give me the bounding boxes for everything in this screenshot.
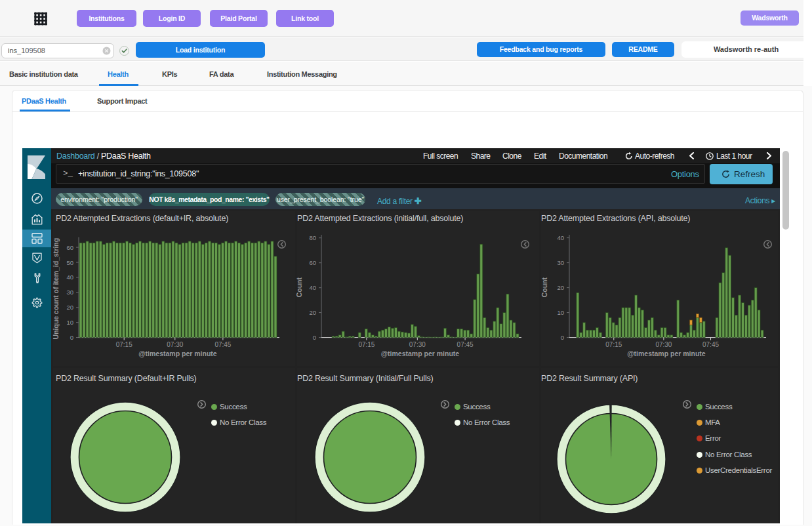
svg-text:40: 40	[66, 273, 73, 281]
svg-text:0: 0	[561, 334, 564, 341]
svg-text:20: 20	[309, 309, 316, 316]
svg-text:07:15: 07:15	[358, 341, 375, 348]
svg-text:40: 40	[557, 235, 564, 241]
svg-text:60: 60	[66, 244, 73, 251]
svg-text:07:15: 07:15	[605, 341, 622, 348]
svg-text:Unique count of item_id_string: Unique count of item_id_string	[52, 238, 60, 340]
svg-text:40: 40	[309, 284, 316, 291]
svg-text:07:45: 07:45	[214, 341, 231, 348]
svg-text:@timestamp per minute: @timestamp per minute	[138, 350, 217, 357]
svg-text:07:45: 07:45	[457, 341, 474, 348]
svg-text:07:30: 07:30	[167, 341, 183, 348]
svg-text:60: 60	[309, 259, 316, 266]
svg-text:@timestamp per minute: @timestamp per minute	[627, 350, 706, 357]
svg-text:30: 30	[557, 259, 564, 266]
svg-text:Count: Count	[295, 277, 303, 298]
svg-text:10: 10	[66, 319, 73, 326]
svg-text:20: 20	[557, 284, 564, 291]
svg-text:0: 0	[70, 334, 73, 341]
svg-text:@timestamp per minute: @timestamp per minute	[381, 350, 460, 357]
svg-text:20: 20	[66, 304, 73, 311]
svg-text:80: 80	[309, 235, 316, 241]
svg-text:07:30: 07:30	[655, 341, 672, 348]
svg-text:07:45: 07:45	[702, 341, 719, 348]
svg-text:10: 10	[557, 309, 564, 316]
svg-text:Count: Count	[540, 277, 548, 298]
svg-text:0: 0	[313, 334, 316, 341]
svg-text:07:30: 07:30	[409, 341, 426, 348]
svg-text:50: 50	[66, 259, 73, 266]
svg-text:07:15: 07:15	[116, 341, 132, 348]
svg-text:30: 30	[66, 289, 73, 296]
